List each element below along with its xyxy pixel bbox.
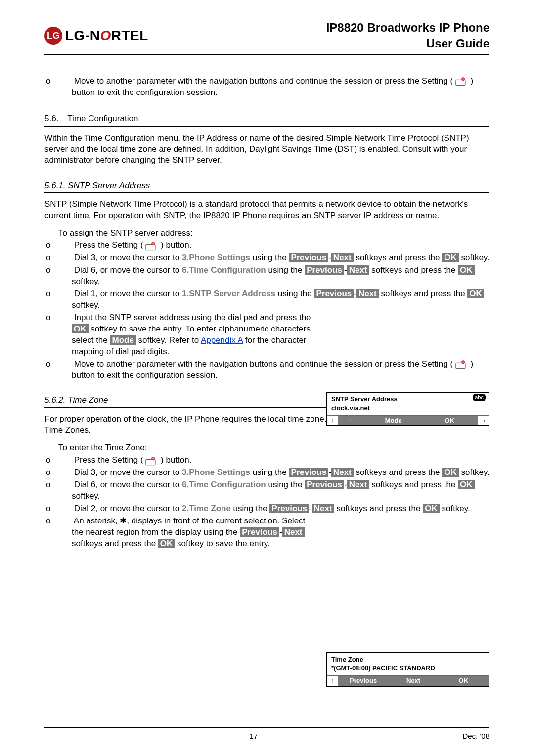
list-item: o Dial 6, or move the cursor to 6.Time C…	[72, 265, 490, 287]
list-item: o Dial 6, or move the cursor to 6.Time C…	[72, 479, 490, 502]
menu-label: 3.Phone Settings	[182, 468, 250, 477]
display-line1: Time Zone	[331, 655, 485, 664]
display-line2: clock.via.net	[331, 404, 485, 413]
display-line2: *(GMT-08:00) PACIFIC STANDARD	[331, 664, 485, 673]
logo-lg: LG	[65, 28, 85, 43]
body-text: Dial 2, or move the cursor to	[74, 504, 182, 513]
body-text: softkeys and press the	[334, 504, 423, 513]
body-paragraph: SNTP (Simple Network Time Protocol) is a…	[44, 199, 490, 222]
body-text: -	[279, 527, 282, 537]
softkey-label: Previous	[289, 468, 328, 477]
softkey-label: OK	[467, 289, 484, 298]
bullet-marker: o	[59, 467, 72, 478]
phone-display-timezone: Time Zone *(GMT-08:00) PACIFIC STANDARD …	[326, 652, 490, 687]
up-arrow-icon: ↑	[327, 676, 338, 686]
up-arrow-icon: ↑	[327, 416, 338, 425]
left-softkey: ←	[338, 416, 365, 425]
body-text: Dial 1, or move the cursor to	[74, 289, 182, 298]
softkey-label: Next	[331, 468, 354, 477]
body-text: softkey.	[459, 253, 490, 262]
display-line1: SNTP Server Address	[331, 395, 485, 404]
bullet-marker: o	[59, 265, 72, 276]
body-text: An asterisk,	[74, 516, 120, 525]
softkey-label: Previous	[314, 289, 354, 298]
body-text: softkeys and press the	[354, 468, 443, 477]
logo-text: LG-NORTEL	[65, 26, 148, 45]
body-text: -	[328, 468, 331, 477]
body-text: -	[344, 265, 347, 275]
body-text: using the	[275, 289, 314, 298]
softkey-label: Mode	[110, 335, 136, 345]
softkey-row: ↑ Previous Next OK	[327, 675, 489, 686]
body-text: softkey.	[72, 491, 100, 501]
softkey-label: Previous	[269, 504, 309, 513]
body-text: Dial 6, or move the cursor to	[74, 265, 182, 275]
svg-point-11	[153, 458, 154, 459]
list-item: o Press the Setting ( ) button.	[72, 240, 490, 251]
svg-rect-0	[456, 80, 465, 86]
body-text: softkeys and press the	[379, 289, 468, 298]
svg-point-2	[462, 79, 463, 80]
doc-title: IP8820 Broadworks IP Phone User Guide	[326, 20, 490, 52]
menu-label: 6.Time Configuration	[182, 265, 266, 275]
body-text: softkey.	[459, 468, 490, 477]
right-arrow-icon: →	[478, 416, 489, 425]
softkey-label: Previous	[289, 253, 328, 262]
previous-softkey: Previous	[338, 676, 388, 686]
body-text: using the	[250, 253, 289, 262]
body-text: Dial 3, or move the cursor to	[74, 253, 182, 262]
list-intro: To assign the SNTP server address:	[58, 228, 490, 239]
body-text: Press the Setting (	[74, 455, 143, 465]
menu-label: 2.Time Zone	[182, 504, 231, 513]
softkey-label: Next	[282, 527, 305, 537]
list-item: o Dial 3, or move the cursor to 3.Phone …	[72, 252, 490, 264]
menu-label: 1.SNTP Server Address	[182, 289, 275, 298]
body-text: Move to another parameter with the navig…	[74, 76, 453, 86]
softkey-label: Next	[347, 480, 369, 489]
body-text: Input the SNTP server address using the …	[74, 313, 311, 322]
body-text: using the	[231, 504, 269, 513]
softkey-label: OK	[442, 253, 459, 262]
menu-label: 3.Phone Settings	[182, 253, 250, 262]
svg-rect-3	[146, 244, 155, 250]
body-text: using the	[250, 468, 289, 477]
bullet-marker: o	[59, 76, 72, 87]
mode-softkey: Mode	[365, 416, 422, 425]
body-text: Press the Setting (	[74, 240, 143, 250]
softkey-label: Next	[331, 253, 354, 262]
list-item: o Press the Setting ( ) button.	[72, 455, 490, 466]
settings-gear-icon	[145, 456, 158, 466]
logo-rtel: RTEL	[111, 28, 148, 43]
bullet-marker: o	[59, 252, 72, 264]
list-intro: To enter the Time Zone:	[58, 442, 490, 454]
body-text: softkey.	[440, 504, 470, 513]
softkey-label: Previous	[240, 527, 279, 537]
svg-point-8	[462, 362, 463, 363]
page-header: LG LG-NORTEL IP8820 Broadworks IP Phone …	[44, 20, 490, 55]
bullet-marker: o	[59, 455, 72, 466]
softkey-label: OK	[442, 468, 459, 477]
settings-gear-icon	[455, 359, 468, 369]
softkey-label: Next	[347, 265, 369, 275]
body-text: Move to another parameter with the navig…	[74, 359, 453, 369]
softkey-label: Next	[312, 504, 334, 513]
softkey-row: ↑ ← Mode OK →	[327, 415, 489, 425]
body-text: softkeys and press the	[354, 253, 443, 262]
list-item: o Dial 3, or move the cursor to 3.Phone …	[72, 467, 490, 478]
body-text: softkeys and press the	[72, 539, 158, 548]
list-item: o Move to another parameter with the nav…	[72, 359, 490, 381]
phone-display-sntp: abc SNTP Server Address clock.via.net ↑ …	[326, 392, 490, 426]
input-mode-badge: abc	[473, 394, 486, 401]
ok-softkey: OK	[422, 416, 478, 425]
bullet-marker: o	[59, 359, 72, 370]
softkey-label: OK	[158, 539, 175, 548]
body-text: Dial 3, or move the cursor to	[74, 468, 182, 477]
appendix-a-link[interactable]: Appendix A	[201, 335, 243, 345]
body-text: softkey to save the entry.	[175, 539, 269, 548]
page-footer: 17 Dec. '08	[44, 727, 490, 741]
body-text: softkeys and press the	[369, 265, 458, 275]
svg-rect-6	[456, 363, 465, 368]
page-number: 17	[249, 731, 258, 741]
body-text: -	[344, 480, 347, 489]
body-text: ) button.	[161, 455, 191, 465]
